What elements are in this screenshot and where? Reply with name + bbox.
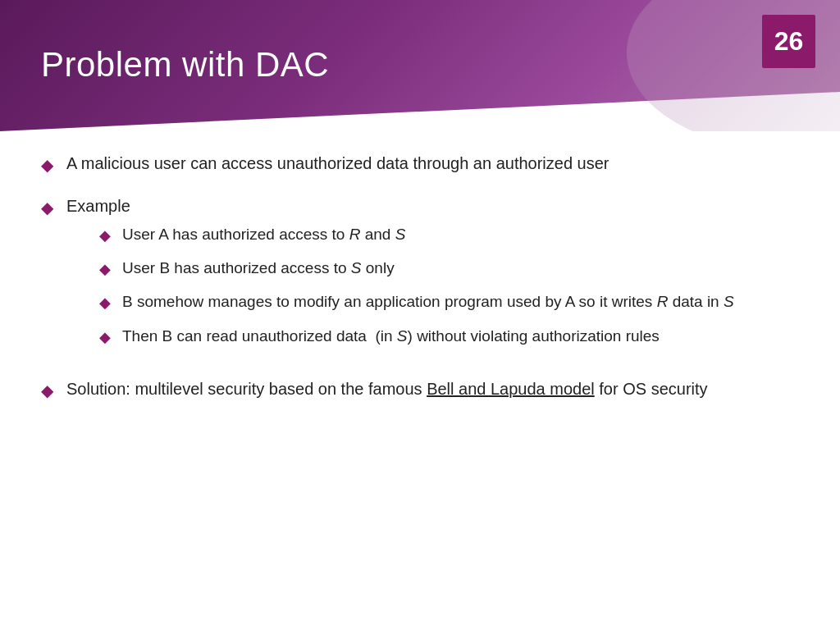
bullet-diamond-3: ◆: [41, 379, 53, 402]
sub-bullet-4: ◆ Then B can read unauthorized data (in …: [99, 326, 799, 348]
bullet-diamond-1: ◆: [41, 153, 53, 176]
sub-bullets: ◆ User A has authorized access to R and …: [99, 224, 799, 348]
slide-number: 26: [762, 15, 815, 68]
sub-bullet-3: ◆ B somehow manages to modify an applica…: [99, 291, 799, 313]
bullet-text-2: Example ◆ User A has authorized access t…: [66, 194, 799, 359]
bullet-item-1: ◆ A malicious user can access unauthoriz…: [41, 152, 799, 176]
bullet-text-3: Solution: multilevel security based on t…: [66, 377, 799, 400]
bullet-item-3: ◆ Solution: multilevel security based on…: [41, 377, 799, 402]
bullet-diamond-2: ◆: [41, 196, 53, 219]
bullet-text-1: A malicious user can access unauthorized…: [66, 152, 799, 175]
bullet-item-2: ◆ Example ◆ User A has authorized access…: [41, 194, 799, 359]
sub-text-3: B somehow manages to modify an applicati…: [122, 291, 799, 313]
content-area: ◆ A malicious user can access unauthoriz…: [41, 152, 799, 614]
bell-lapuda-link: Bell and Lapuda model: [427, 380, 595, 398]
sub-diamond-4: ◆: [99, 327, 111, 348]
sub-text-2: User B has authorized access to S only: [122, 258, 799, 280]
sub-diamond-2: ◆: [99, 259, 111, 280]
sub-diamond-1: ◆: [99, 226, 111, 246]
sub-bullet-1: ◆ User A has authorized access to R and …: [99, 224, 799, 246]
sub-text-4: Then B can read unauthorized data (in S)…: [122, 326, 799, 348]
slide-container: 26 Problem with DAC ◆ A malicious user c…: [0, 0, 840, 630]
sub-text-1: User A has authorized access to R and S: [122, 224, 799, 246]
slide-title: Problem with DAC: [41, 45, 329, 84]
sub-diamond-3: ◆: [99, 293, 111, 313]
sub-bullet-2: ◆ User B has authorized access to S only: [99, 258, 799, 280]
